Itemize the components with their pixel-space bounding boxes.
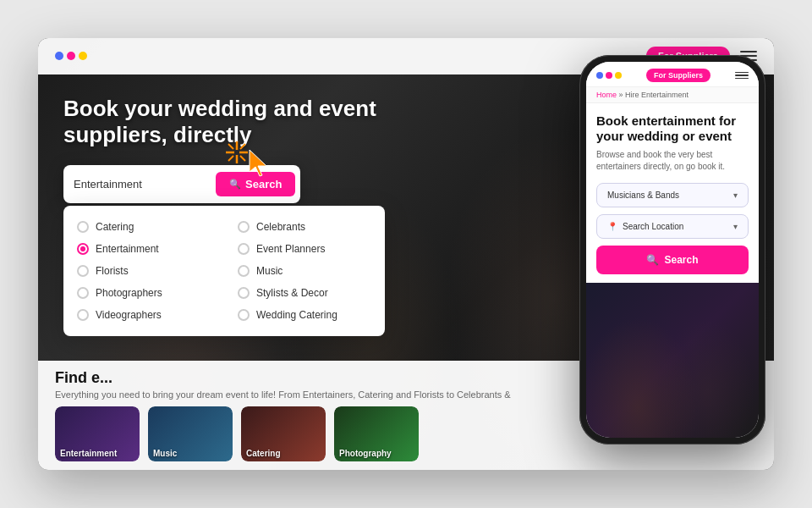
logo-dot-pink: [67, 52, 75, 60]
dropdown-item-celebrants[interactable]: Celebrants: [224, 216, 385, 238]
cat-card-music[interactable]: Music: [148, 406, 233, 461]
phone-hamburger-line-1: [735, 72, 749, 74]
phone-location-dropdown[interactable]: 📍 Search Location ▾: [596, 214, 749, 239]
dropdown-item-catering[interactable]: Catering: [63, 216, 224, 238]
dropdown-item-event-planners[interactable]: Event Planners: [224, 238, 385, 260]
phone-dot-yellow: [615, 72, 622, 79]
radio-photographers: [77, 287, 89, 299]
desktop-browser: For Suppliers Book your wedding and even…: [38, 38, 774, 470]
radio-music: [238, 265, 250, 277]
phone-hero-title: Book entertainment for your wedding or e…: [596, 113, 749, 144]
phone-search-label: Search: [664, 254, 698, 266]
cat-label-catering: Catering: [246, 449, 281, 458]
screenshot-container: For Suppliers Book your wedding and even…: [38, 38, 774, 470]
radio-entertainment: [77, 243, 89, 255]
radio-celebrants: [238, 221, 250, 233]
dropdown-item-wedding-catering[interactable]: Wedding Catering: [224, 304, 385, 326]
dropdown-item-music[interactable]: Music: [224, 260, 385, 282]
search-location-label: Search Location: [623, 222, 683, 231]
hero-title: Book your wedding and event suppliers, d…: [63, 96, 385, 148]
location-chevron-icon: ▾: [733, 222, 738, 231]
phone-screen: For Suppliers Home » Hire Entertainment: [586, 62, 759, 438]
location-icon: 📍: [607, 222, 617, 231]
phone-dot-pink: [606, 72, 612, 79]
phone-hero-subtitle: Browse and book the very best entertaine…: [596, 149, 749, 173]
phone-for-suppliers-button[interactable]: For Suppliers: [646, 69, 710, 82]
phone-breadcrumb: Home » Hire Entertainment: [586, 87, 759, 103]
phone-navbar: For Suppliers: [586, 62, 759, 87]
radio-catering: [77, 221, 89, 233]
phone-search-button[interactable]: 🔍 Search: [596, 246, 749, 274]
dropdown-col-1: Catering Entertainment Florists Pho: [63, 213, 224, 329]
phone-dot-blue: [596, 72, 603, 79]
cat-label-photography: Photography: [339, 449, 392, 458]
cat-label-music: Music: [153, 449, 177, 458]
search-icon: 🔍: [229, 179, 241, 190]
dropdown-item-stylists[interactable]: Stylists & Decor: [224, 282, 385, 304]
phone-category-dropdown[interactable]: Musicians & Bands ▾: [596, 183, 749, 207]
dropdown-item-videographers[interactable]: Videographers: [63, 304, 224, 326]
radio-wedding-catering: [238, 309, 250, 321]
radio-videographers: [77, 309, 89, 321]
hamburger-line-1: [740, 51, 757, 52]
breadcrumb-separator: »: [619, 91, 626, 99]
phone-category-label: Musicians & Bands: [607, 190, 679, 200]
cat-label-entertainment: Entertainment: [60, 449, 117, 458]
phone-bottom-image: [586, 283, 759, 438]
dropdown-item-photographers[interactable]: Photographers: [63, 282, 224, 304]
search-button[interactable]: 🔍 Search: [216, 172, 295, 196]
phone-location-label: 📍 Search Location: [607, 222, 683, 231]
musicians-bands-label: Musicians & Bands: [607, 190, 679, 200]
dropdown-item-florists[interactable]: Florists: [63, 260, 224, 282]
search-bar: 🔍 Search: [63, 165, 300, 203]
dropdown-col-2: Celebrants Event Planners Music Sty: [224, 213, 385, 329]
search-button-label: Search: [245, 178, 282, 190]
radio-event-planners: [238, 243, 250, 255]
phone-hero: Book entertainment for your wedding or e…: [586, 103, 759, 283]
radio-florists: [77, 265, 89, 277]
phone-hamburger-line-3: [735, 78, 749, 80]
breadcrumb-current: Hire Entertainment: [625, 91, 689, 99]
logo: [55, 52, 87, 60]
phone-frame: For Suppliers Home » Hire Entertainment: [579, 55, 765, 444]
logo-dot-yellow: [79, 52, 87, 60]
cat-card-photography[interactable]: Photography: [334, 406, 419, 461]
phone-hamburger-line-2: [735, 75, 749, 76]
breadcrumb-home[interactable]: Home: [596, 91, 617, 99]
cat-card-catering[interactable]: Catering: [241, 406, 326, 461]
dropdown-item-entertainment[interactable]: Entertainment: [63, 238, 224, 260]
phone-search-icon: 🔍: [646, 254, 659, 266]
search-input[interactable]: [74, 178, 209, 190]
category-dropdown: Catering Entertainment Florists Pho: [63, 206, 385, 336]
cat-card-entertainment[interactable]: Entertainment: [55, 406, 140, 461]
phone-hamburger[interactable]: [735, 72, 749, 80]
phone-logo: [596, 72, 622, 79]
radio-stylists: [238, 287, 250, 299]
mobile-phone: For Suppliers Home » Hire Entertainment: [579, 55, 765, 444]
logo-dot-blue: [55, 52, 63, 60]
chevron-down-icon: ▾: [733, 190, 738, 200]
